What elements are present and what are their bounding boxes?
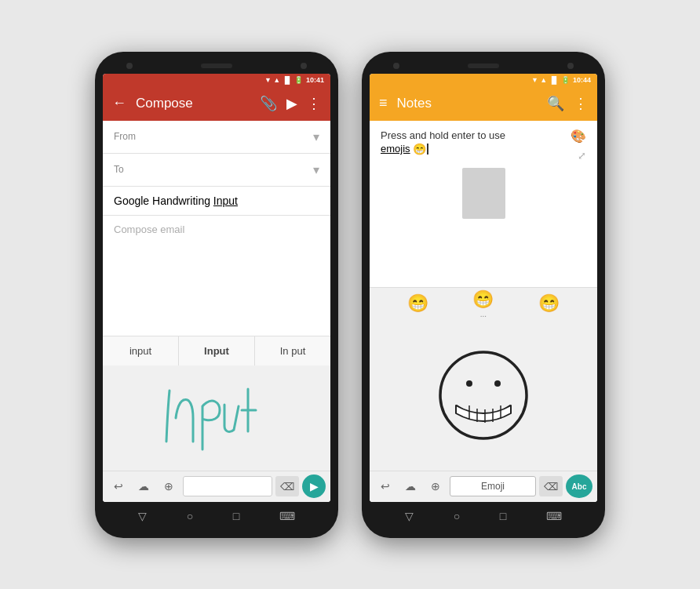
autocorrect-item-1[interactable]: input bbox=[103, 336, 179, 365]
phones-container: ▼ ▲ ▐▌ 🔋 10:41 ← Compose 📎 ▶ ⋮ From ▾ To bbox=[95, 52, 605, 538]
subject-text-underline: Input bbox=[213, 195, 238, 207]
notes-text-line1: Press and hold enter to use bbox=[381, 129, 566, 143]
nav-bar-1: ▽ ○ □ ⌨ bbox=[103, 502, 330, 530]
abc-button[interactable]: Abc bbox=[566, 474, 592, 498]
globe-icon-2[interactable]: ⊕ bbox=[425, 475, 447, 497]
status-bar-2: ▼ ▲ ▐▌ 🔋 10:44 bbox=[370, 74, 597, 86]
expand-icon[interactable]: ⤢ bbox=[578, 150, 586, 162]
camera-2 bbox=[301, 63, 307, 69]
from-chevron: ▾ bbox=[313, 129, 319, 144]
nav-recent-2[interactable]: □ bbox=[500, 510, 506, 522]
to-field[interactable]: To ▾ bbox=[103, 154, 330, 187]
nav-back-1[interactable]: ▽ bbox=[138, 510, 147, 522]
notes-keyboard-bottom: ↩ ☁ ⊕ Emoji ⌫ Abc bbox=[370, 471, 597, 502]
back-button[interactable]: ← bbox=[112, 95, 126, 111]
undo-icon-1[interactable]: ↩ bbox=[108, 475, 129, 497]
from-field[interactable]: From ▾ bbox=[103, 121, 330, 154]
note-emoji-inline: 😁 bbox=[413, 143, 426, 155]
thumbnail-image bbox=[462, 168, 505, 219]
camera-4 bbox=[567, 63, 574, 69]
nav-recent-1[interactable]: □ bbox=[233, 510, 239, 522]
emoji-suggestion-3[interactable]: 😁 bbox=[538, 293, 560, 314]
note-thumbnail bbox=[381, 168, 586, 219]
compose-title: Compose bbox=[136, 96, 250, 111]
subject-field[interactable]: Google Handwriting Input bbox=[103, 187, 330, 216]
cloud-icon-2[interactable]: ☁ bbox=[399, 475, 421, 497]
svg-point-1 bbox=[466, 380, 472, 387]
keyboard-bottom-1: ↩ ☁ ⊕ ⌫ ▶ bbox=[103, 471, 330, 502]
search-button[interactable]: 🔍 bbox=[547, 95, 564, 112]
speaker-2 bbox=[468, 64, 499, 68]
emoji-suggestion-2[interactable]: 😁 bbox=[472, 289, 494, 309]
phone-top-2 bbox=[370, 60, 597, 74]
delete-key-1[interactable]: ⌫ bbox=[275, 476, 299, 496]
notes-title: Notes bbox=[397, 96, 538, 111]
handwriting-svg bbox=[146, 375, 287, 461]
cloud-icon-1[interactable]: ☁ bbox=[133, 475, 155, 497]
more-button-2[interactable]: ⋮ bbox=[574, 95, 588, 112]
globe-icon-1[interactable]: ⊕ bbox=[158, 475, 180, 497]
status-time-2: 10:44 bbox=[573, 76, 591, 84]
send-key-1[interactable]: ▶ bbox=[302, 474, 326, 498]
emoji-suggestions: 😁 😁 ... 😁 bbox=[370, 287, 597, 320]
nav-bar-2: ▽ ○ □ ⌨ bbox=[370, 502, 597, 530]
menu-button[interactable]: ≡ bbox=[379, 95, 388, 111]
notes-toolbar: ≡ Notes 🔍 ⋮ bbox=[370, 86, 597, 121]
compose-placeholder: Compose email bbox=[114, 224, 184, 235]
status-icons-1: ▼ ▲ ▐▌ 🔋 bbox=[264, 76, 303, 84]
phone-screen-gmail: ▼ ▲ ▐▌ 🔋 10:41 ← Compose 📎 ▶ ⋮ From ▾ To bbox=[103, 74, 330, 502]
phone-notes: ▼ ▲ ▐▌ 🔋 10:44 ≡ Notes 🔍 ⋮ Press and hol… bbox=[362, 52, 605, 538]
to-label: To bbox=[114, 164, 137, 175]
status-time-1: 10:41 bbox=[306, 76, 324, 84]
notes-text-line2: emojis 😁 bbox=[381, 143, 566, 155]
emoji-keyboard-button[interactable]: Emoji bbox=[450, 476, 536, 496]
phone-screen-notes: ▼ ▲ ▐▌ 🔋 10:44 ≡ Notes 🔍 ⋮ Press and hol… bbox=[370, 74, 597, 502]
nav-home-1[interactable]: ○ bbox=[187, 510, 193, 522]
speaker-1 bbox=[201, 64, 232, 68]
from-label: From bbox=[114, 131, 137, 142]
nav-keyboard-1[interactable]: ⌨ bbox=[279, 510, 295, 522]
palette-icon[interactable]: 🎨 bbox=[571, 129, 586, 144]
more-button-1[interactable]: ⋮ bbox=[307, 95, 321, 112]
subject-text-plain: Google Handwriting bbox=[114, 195, 213, 207]
emoji-suggestion-1[interactable]: 😁 bbox=[407, 293, 428, 314]
emoji-drawing-area[interactable] bbox=[370, 320, 597, 471]
compose-area[interactable]: Compose email bbox=[103, 216, 330, 336]
attach-button[interactable]: 📎 bbox=[260, 95, 277, 112]
status-bar-1: ▼ ▲ ▐▌ 🔋 10:41 bbox=[103, 74, 330, 86]
autocorrect-item-3[interactable]: In put bbox=[255, 336, 330, 365]
phone-gmail: ▼ ▲ ▐▌ 🔋 10:41 ← Compose 📎 ▶ ⋮ From ▾ To bbox=[95, 52, 338, 538]
undo-icon-2[interactable]: ↩ bbox=[374, 475, 396, 497]
phone-top-1 bbox=[103, 60, 330, 74]
gmail-toolbar: ← Compose 📎 ▶ ⋮ bbox=[103, 86, 330, 121]
nav-keyboard-2[interactable]: ⌨ bbox=[546, 510, 562, 522]
nav-back-2[interactable]: ▽ bbox=[405, 510, 414, 522]
handwriting-area[interactable] bbox=[103, 365, 330, 471]
send-button-toolbar[interactable]: ▶ bbox=[286, 95, 297, 112]
gmail-form: From ▾ To ▾ Google Handwriting Input Com… bbox=[103, 121, 330, 502]
autocorrect-bar: input Input In put bbox=[103, 336, 330, 365]
to-chevron: ▾ bbox=[313, 162, 319, 177]
notes-content: Press and hold enter to use emojis 😁 🎨 ⤢ bbox=[370, 121, 597, 287]
emoji-more-label: ... bbox=[472, 310, 494, 318]
svg-point-2 bbox=[494, 380, 501, 387]
delete-key-2[interactable]: ⌫ bbox=[539, 476, 563, 496]
emoji-drawing-svg bbox=[421, 344, 546, 446]
svg-point-0 bbox=[440, 352, 527, 438]
status-icons-2: ▼ ▲ ▐▌ 🔋 bbox=[531, 76, 570, 84]
text-cursor bbox=[427, 144, 428, 155]
nav-home-2[interactable]: ○ bbox=[454, 510, 460, 522]
space-bar-1[interactable] bbox=[183, 476, 272, 496]
camera-3 bbox=[393, 63, 399, 69]
camera-1 bbox=[126, 63, 133, 69]
autocorrect-item-2[interactable]: Input bbox=[179, 336, 255, 365]
